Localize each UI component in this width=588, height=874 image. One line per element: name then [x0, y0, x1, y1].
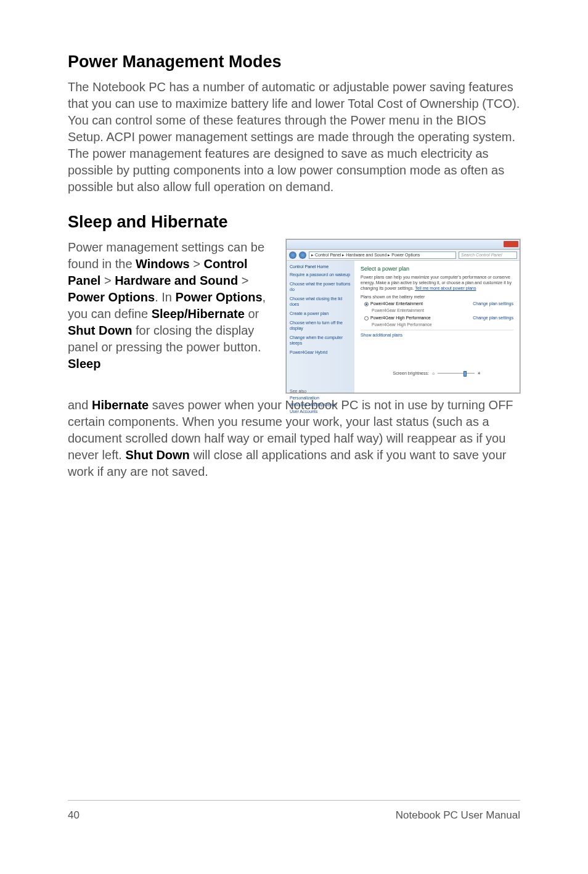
nav-forward-icon[interactable]	[299, 251, 306, 259]
plan-subtitle: Power4Gear Entertainment	[361, 308, 513, 312]
nav-back-icon[interactable]	[289, 251, 296, 259]
sidebar-link[interactable]: Choose when to turn off the display	[290, 321, 351, 331]
sidebar-link[interactable]: Choose what closing the lid does	[290, 296, 351, 307]
heading-power-management: Power Management Modes	[68, 52, 520, 71]
brightness-slider[interactable]	[438, 373, 475, 374]
change-plan-link[interactable]: Change plan settings	[473, 316, 513, 320]
text-sleep-hibernate: Sleep/Hibernate	[152, 307, 245, 321]
show-more-link[interactable]: Show additional plans	[361, 330, 513, 337]
change-plan-link[interactable]: Change plan settings	[473, 301, 513, 306]
text-power-options: Power Options	[68, 290, 155, 304]
heading-sleep-hibernate: Sleep and Hibernate	[68, 213, 520, 232]
sidebar-link[interactable]: Change when the computer sleeps	[290, 335, 351, 346]
panel-description: Power plans can help you maximize your c…	[361, 274, 513, 291]
plan-name: Power4Gear High Performance	[370, 316, 431, 320]
panel-heading: Select a power plan	[361, 266, 513, 272]
text-windows: Windows	[136, 257, 190, 271]
sidebar-link[interactable]: Choose what the power buttons do	[290, 282, 351, 292]
text-hibernate: Hibernate	[92, 398, 149, 412]
window-titlebar	[287, 240, 520, 250]
paragraph-power-management: The Notebook PC has a number of automati…	[68, 79, 520, 195]
sun-bright-icon: ☀	[477, 371, 481, 376]
plan-name: Power4Gear Entertainment	[370, 301, 423, 306]
text-power-options-2: Power Options	[175, 290, 262, 304]
text-hardware-sound: Hardware and Sound	[115, 274, 238, 287]
search-input[interactable]: Search Control Panel	[459, 251, 517, 259]
plan-group-label: Plans shown on the battery meter	[361, 295, 513, 299]
text-shut-down-2: Shut Down	[125, 448, 189, 462]
text: >	[190, 257, 204, 271]
text-shut-down: Shut Down	[68, 324, 132, 337]
paragraph-sleep-intro: Power management settings can be found i…	[68, 239, 275, 372]
text: or	[245, 307, 259, 321]
sidebar-link[interactable]: Power4Gear Hybrid	[290, 350, 351, 355]
sidebar-link[interactable]: Create a power plan	[290, 311, 351, 316]
sidebar-seealso-label: See also	[290, 389, 351, 393]
plan-row: Power4Gear High Performance Change plan …	[361, 316, 513, 321]
radio-icon[interactable]	[364, 316, 369, 321]
plan-subtitle: Power4Gear High Performance	[361, 322, 513, 327]
text: . In	[155, 290, 175, 304]
sidebar-seealso-link[interactable]: User Accounts	[290, 409, 351, 414]
close-icon[interactable]	[504, 241, 518, 247]
text: and	[68, 398, 92, 412]
page-number: 40	[68, 809, 80, 822]
breadcrumb[interactable]: ▸ Control Panel ▸ Hardware and Sound ▸ P…	[309, 251, 456, 259]
plan-row: Power4Gear Entertainment Change plan set…	[361, 301, 513, 306]
brightness-label: Screen brightness:	[393, 371, 429, 375]
sidebar: Control Panel Home Require a password on…	[287, 261, 354, 393]
sidebar-home-link[interactable]: Control Panel Home	[290, 264, 351, 269]
text: >	[238, 274, 248, 287]
power-options-screenshot: ▸ Control Panel ▸ Hardware and Sound ▸ P…	[286, 239, 520, 393]
sidebar-seealso-link[interactable]: Windows Mobility Center	[290, 402, 351, 407]
sun-dim-icon: ☼	[431, 371, 435, 375]
text-sleep: Sleep	[68, 357, 100, 370]
address-bar: ▸ Control Panel ▸ Hardware and Sound ▸ P…	[287, 250, 520, 261]
manual-title: Notebook PC User Manual	[396, 809, 520, 822]
text: >	[100, 274, 115, 287]
main-panel: Select a power plan Power plans can help…	[354, 261, 520, 393]
sidebar-link[interactable]: Require a password on wakeup	[290, 272, 351, 277]
learn-more-link[interactable]: Tell me more about power plans	[415, 286, 476, 290]
page-footer: 40 Notebook PC User Manual	[68, 800, 520, 822]
sidebar-seealso-link[interactable]: Personalization	[290, 396, 351, 400]
radio-icon[interactable]	[364, 302, 369, 306]
